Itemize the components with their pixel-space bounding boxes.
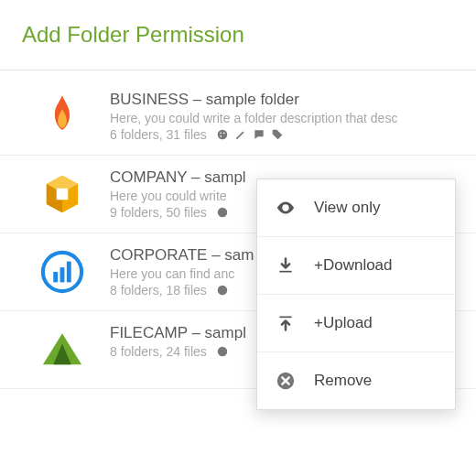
- palette-icon: [216, 345, 229, 358]
- hex-c-icon: [37, 168, 88, 220]
- comment-icon: [253, 128, 265, 141]
- svg-point-0: [218, 130, 228, 140]
- pencil-icon: [234, 128, 247, 141]
- svg-point-16: [218, 347, 228, 357]
- menu-label: +Download: [314, 256, 393, 275]
- close-circle-icon: [276, 371, 296, 391]
- svg-rect-18: [279, 271, 291, 273]
- svg-rect-19: [279, 317, 291, 319]
- palette-icon: [216, 128, 229, 141]
- page-title: Add Folder Permission: [22, 22, 454, 48]
- palette-icon: [216, 284, 229, 297]
- folder-name: BUSINESS – sample folder: [110, 91, 454, 109]
- menu-label: View only: [314, 199, 380, 217]
- svg-point-13: [218, 286, 228, 296]
- svg-point-17: [284, 206, 287, 210]
- bars-circle-icon: [37, 246, 88, 298]
- svg-rect-10: [53, 272, 58, 282]
- menu-item-view-only[interactable]: View only: [257, 179, 455, 237]
- svg-rect-11: [60, 267, 65, 282]
- upload-icon: [276, 313, 296, 333]
- menu-label: Remove: [314, 372, 372, 390]
- list-item-info: BUSINESS – sample folder Here, you could…: [110, 91, 454, 142]
- palette-icon: [216, 206, 229, 219]
- menu-item-remove[interactable]: Remove: [257, 352, 455, 409]
- svg-point-1: [220, 132, 222, 134]
- menu-label: +Upload: [314, 314, 373, 332]
- folder-desc: Here, you could write a folder descripti…: [110, 111, 454, 125]
- flame-icon: [37, 91, 88, 142]
- meta-icons: [216, 345, 229, 358]
- meta-icons: [216, 206, 229, 219]
- tent-icon: [37, 324, 88, 375]
- list-item[interactable]: BUSINESS – sample folder Here, you could…: [0, 78, 476, 156]
- folder-meta: 6 folders, 31 files: [110, 127, 454, 142]
- permission-menu: View only +Download +Upload Remove: [256, 178, 456, 410]
- menu-item-download[interactable]: +Download: [257, 237, 455, 295]
- svg-point-3: [220, 135, 222, 137]
- meta-icons: [216, 284, 229, 297]
- svg-rect-12: [67, 262, 71, 283]
- eye-icon: [276, 198, 296, 218]
- svg-point-8: [218, 208, 228, 218]
- menu-item-upload[interactable]: +Upload: [257, 295, 455, 352]
- meta-icons: [216, 128, 284, 141]
- header: Add Folder Permission: [0, 0, 476, 62]
- download-icon: [276, 255, 296, 276]
- tag-icon: [271, 128, 284, 141]
- svg-point-2: [223, 132, 225, 134]
- svg-rect-7: [57, 189, 69, 200]
